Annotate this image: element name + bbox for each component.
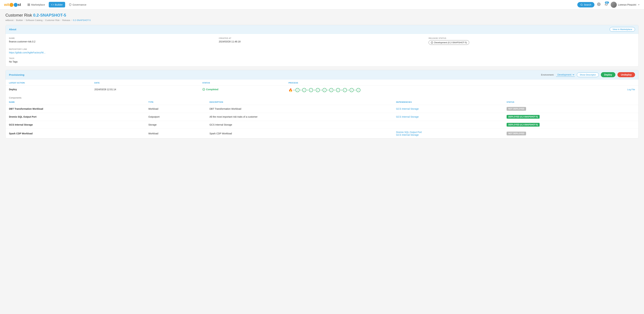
view-marketplace-button[interactable]: View in Marketplace (610, 27, 635, 32)
repo-link[interactable]: https://gitlab.com/AgileFactory/W... (9, 51, 46, 54)
user-menu[interactable]: Lorenzo Pirazzini (611, 2, 640, 8)
release-status-badge: Development (0.2-SNAPSHOT-5) (428, 40, 469, 45)
comp-type: Workload (145, 105, 206, 113)
breadcrumb-customer-risk[interactable]: Customer Risk (45, 19, 60, 21)
show-descriptor-button[interactable]: Show Descriptor (577, 72, 599, 77)
component-row: GCS Internal Storage Storage GCS Interna… (6, 121, 638, 129)
provisioning-title: Provisioning (9, 73, 24, 76)
svg-rect-0 (28, 4, 28, 4)
comp-deps: Dremio SQL Output PortGCS Internal Stora… (393, 129, 503, 139)
status-cell: Completed (199, 86, 285, 95)
undeploy-button[interactable]: Undeploy (618, 72, 635, 77)
created-label: CREATED AT (219, 37, 425, 39)
step-10: ✓ (356, 88, 360, 92)
process-steps: 🔥 ✓ ✓ ✓ ✓ ✓ ✓ (288, 88, 580, 92)
breadcrumb: witboost / Builder / Software Catalog / … (6, 19, 638, 21)
about-info-grid: NAME finance.customer-risk.0.2 CREATED A… (9, 37, 635, 45)
comp-desc: Spark CDP Workload (206, 129, 393, 139)
avatar (611, 2, 617, 8)
step-4: ✓ (316, 88, 320, 92)
step-8: ✓ (343, 88, 347, 92)
svg-rect-2 (29, 5, 30, 6)
nav-governance[interactable]: Governance (66, 2, 89, 7)
svg-point-6 (598, 4, 599, 5)
provisioning-table: LATEST ACTION DATE STATUS PROCESS Deploy… (6, 79, 638, 94)
nav-marketplace[interactable]: Marketplace (25, 2, 48, 7)
components-table: NAME TYPE DESCRIPTION DEPENDENCIES STATU… (6, 99, 638, 138)
comp-name: GCS Internal Storage (6, 121, 145, 129)
comp-col-status: STATUS (503, 99, 638, 105)
gear-icon (597, 2, 600, 6)
status-badge: DEPLOYED (0.2-SNAPSHOT-5) (506, 115, 540, 119)
comp-desc: All the most important risk traits of a … (206, 113, 393, 121)
check-circle-icon (431, 41, 433, 44)
logo: wit⬤⬤st (4, 2, 21, 7)
navbar: wit⬤⬤st Marketplace Builder Governance S… (0, 0, 644, 9)
col-latest-action: LATEST ACTION (6, 79, 91, 86)
governance-icon (69, 3, 72, 6)
notification-badge: 99+ (605, 1, 609, 3)
col-log (583, 79, 638, 86)
comp-type: Storage (145, 121, 206, 129)
svg-rect-3 (28, 5, 28, 6)
comp-status: DEPLOYED (0.2-SNAPSHOT-5) (503, 121, 638, 129)
environment-select[interactable]: Development (556, 73, 575, 77)
repo-label: REPOSITORY LINK (9, 48, 635, 50)
comp-deps: GCS Internal Storage (393, 113, 503, 121)
date-cell: 2024/03/28 12:01:14 (91, 86, 199, 95)
dep-link[interactable]: GCS Internal Storage (396, 115, 500, 118)
dep-link[interactable]: GCS Internal Storage (396, 108, 500, 110)
step-7: ✓ (336, 88, 340, 92)
name-value: finance.customer-risk.0.2 (9, 40, 216, 43)
breadcrumb-current: 0.2-SNAPSHOT-5 (73, 19, 91, 21)
check-icon (202, 88, 205, 91)
step-5: ✓ (322, 88, 326, 92)
page-title: Customer Risk 0.2-SNAPSHOT-5 (6, 13, 638, 17)
breadcrumb-software-catalog[interactable]: Software Catalog (26, 19, 42, 21)
breadcrumb-builder[interactable]: Builder (16, 19, 23, 21)
breadcrumb-witboost[interactable]: witboost (6, 19, 14, 21)
svg-point-4 (581, 4, 582, 5)
about-release-status-section: RELEASE STATUS Development (0.2-SNAPSHOT… (428, 37, 635, 45)
notifications-button[interactable]: 99+ (603, 1, 609, 8)
deploy-button[interactable]: Deploy (601, 72, 616, 77)
log-file-link[interactable]: Log File (627, 88, 635, 91)
step-1: ✓ (296, 88, 300, 92)
about-tags-section: TAGS No Tags (9, 57, 635, 63)
svg-line-5 (582, 5, 582, 5)
dep-link[interactable]: GCS Internal Storage (396, 134, 500, 136)
table-row: Deploy 2024/03/28 12:01:14 Completed 🔥 ✓ (6, 86, 638, 95)
breadcrumb-release[interactable]: Release (62, 19, 70, 21)
svg-rect-1 (29, 4, 30, 4)
completed-badge: Completed (202, 88, 218, 91)
col-process: PROCESS (285, 79, 583, 86)
comp-col-desc: DESCRIPTION (206, 99, 393, 105)
comp-desc: GCS Internal Storage (206, 121, 393, 129)
chevron-down-icon (638, 3, 640, 6)
user-name: Lorenzo Pirazzini (618, 3, 636, 6)
comp-status: DEPLOYED (0.2-SNAPSHOT-5) (503, 113, 638, 121)
status-badge: DEPLOYED (0.2-SNAPSHOT-5) (506, 123, 540, 127)
provisioning-header: Provisioning Environment: Development Sh… (6, 70, 638, 79)
search-icon (580, 3, 583, 6)
step-6: ✓ (329, 88, 333, 92)
action-cell: Deploy (6, 86, 91, 95)
release-status-label: RELEASE STATUS (428, 37, 635, 39)
comp-status: NOT DEPLOYED (503, 129, 638, 139)
components-label: Components (6, 94, 638, 99)
tags-label: TAGS (9, 57, 635, 59)
comp-type: Workload (145, 129, 206, 139)
marketplace-icon (28, 3, 30, 6)
step-9: ✓ (350, 88, 354, 92)
settings-button[interactable] (596, 1, 602, 8)
search-button[interactable]: Search (577, 2, 594, 7)
comp-status: NOT DEPLOYED (503, 105, 638, 113)
step-3: ✓ (309, 88, 313, 92)
comp-col-type: TYPE (145, 99, 206, 105)
dep-link[interactable]: Dremio SQL Output Port (396, 131, 500, 134)
col-status: STATUS (199, 79, 285, 86)
nav-builder[interactable]: Builder (49, 2, 65, 7)
col-date: DATE (91, 79, 199, 86)
comp-name: Spark CDP Workload (6, 129, 145, 139)
provisioning-card: Provisioning Environment: Development Sh… (6, 70, 638, 139)
